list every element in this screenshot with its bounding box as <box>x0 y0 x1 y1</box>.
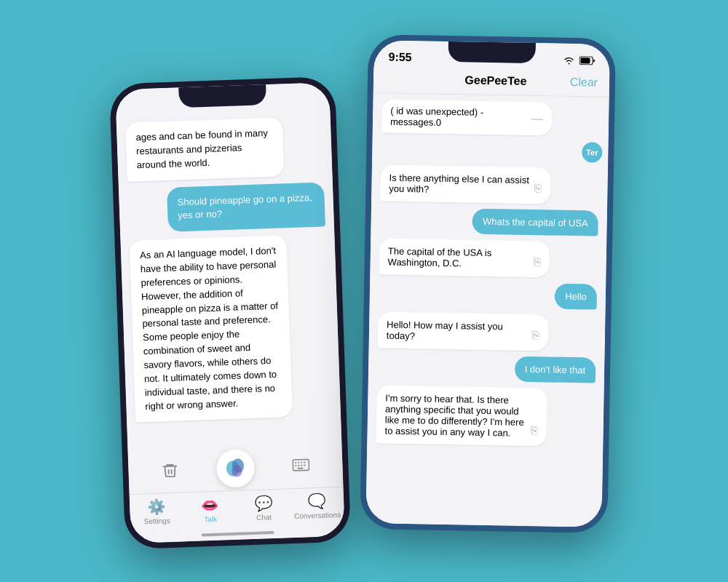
talk-icon: 👄 <box>201 496 220 514</box>
app-logo[interactable] <box>216 449 256 488</box>
user-hello-row: Hello <box>379 280 598 309</box>
svg-rect-5 <box>298 462 299 463</box>
copy-icon-1[interactable]: ⎘ <box>534 182 542 195</box>
svg-rect-12 <box>298 468 304 469</box>
left-phone: ages and can be found in many restaurant… <box>109 76 351 549</box>
conversations-icon: 🗨️ <box>307 493 326 511</box>
tab-bar: ⚙️ Settings 👄 Talk 💬 Chat 🗨️ Conversatio… <box>130 487 345 533</box>
user-capital-bubble: Whats the capital of USA <box>472 209 598 236</box>
svg-rect-9 <box>298 465 299 466</box>
ter-avatar-row: Ter <box>381 138 599 162</box>
clear-button[interactable]: Clear <box>570 76 598 89</box>
trash-icon-button[interactable] <box>157 457 183 484</box>
status-time: 9:55 <box>388 51 411 65</box>
left-chat-area: ages and can be found in many restaurant… <box>116 108 342 447</box>
ai-sorry-bubble: I'm sorry to hear that. Is there anythin… <box>376 385 547 446</box>
svg-rect-10 <box>301 465 302 466</box>
partial-ai-bubble: ( id was unexpected) - messages.0 — <box>381 99 553 135</box>
user-capital-row: Whats the capital of USA <box>379 207 598 236</box>
ai-capital-bubble: The capital of the USA is Washington, D.… <box>379 238 550 277</box>
partial-message-row: ( id was unexpected) - messages.0 — <box>381 99 601 136</box>
ai-assist-bubble: Is there anything else I can assist you … <box>380 164 551 204</box>
ai-hello-row: Hello! How may I assist you today? ⎘ <box>378 311 597 351</box>
copy-icon-4[interactable]: ⎘ <box>531 424 538 437</box>
user-dislike-bubble: I don't like that <box>514 356 596 383</box>
message-ai-1: ages and can be found in many restaurant… <box>125 117 285 181</box>
user-hello-bubble: Hello <box>555 284 597 310</box>
nav-title: GeePeeTee <box>464 73 526 87</box>
ai-hello-bubble: Hello! How may I assist you today? ⎘ <box>378 311 549 351</box>
tab-settings[interactable]: ⚙️ Settings <box>130 497 184 526</box>
copy-icon-3[interactable]: ⎘ <box>532 329 539 342</box>
message-ai-2: As an AI language model, I don't have th… <box>130 235 293 423</box>
svg-rect-11 <box>304 465 305 466</box>
battery-icon <box>579 56 595 65</box>
phones-container: ages and can be found in many restaurant… <box>116 44 612 538</box>
right-phone-notch <box>448 41 535 63</box>
svg-rect-6 <box>301 462 302 463</box>
svg-rect-4 <box>295 462 296 463</box>
svg-rect-8 <box>295 465 296 466</box>
tab-talk[interactable]: 👄 Talk <box>183 495 237 525</box>
right-nav-header: GeePeeTee Clear <box>373 68 610 97</box>
ai-assist-row: Is there anything else I can assist you … <box>380 164 599 204</box>
user-avatar-ter: Ter <box>582 142 602 162</box>
nav-back-space <box>385 79 422 79</box>
right-phone: 9:55 <box>360 34 616 533</box>
wifi-icon <box>563 56 574 65</box>
message-user-1[interactable]: Should pineapple go on a pizza, yes or n… <box>167 182 325 232</box>
left-phone-notch <box>178 84 266 108</box>
svg-rect-7 <box>304 462 305 463</box>
user-dislike-row: I don't like that <box>377 354 596 383</box>
copy-icon-2[interactable]: ⎘ <box>534 255 541 268</box>
right-chat-area[interactable]: ( id was unexpected) - messages.0 — Ter … <box>366 93 609 516</box>
partial-text: ( id was unexpected) - messages.0 <box>390 105 524 129</box>
bottom-toolbar <box>127 440 343 494</box>
status-icons <box>563 56 595 65</box>
chat-icon: 💬 <box>254 494 273 512</box>
keyboard-icon-button[interactable] <box>288 453 314 479</box>
settings-icon: ⚙️ <box>147 498 166 516</box>
ai-capital-row: The capital of the USA is Washington, D.… <box>379 238 598 278</box>
expand-icon: — <box>531 112 543 125</box>
svg-rect-14 <box>580 57 590 63</box>
tab-chat[interactable]: 💬 Chat <box>237 493 291 522</box>
tab-conversations[interactable]: 🗨️ Conversations <box>290 492 344 521</box>
ai-sorry-row: I'm sorry to hear that. Is there anythin… <box>376 385 595 447</box>
